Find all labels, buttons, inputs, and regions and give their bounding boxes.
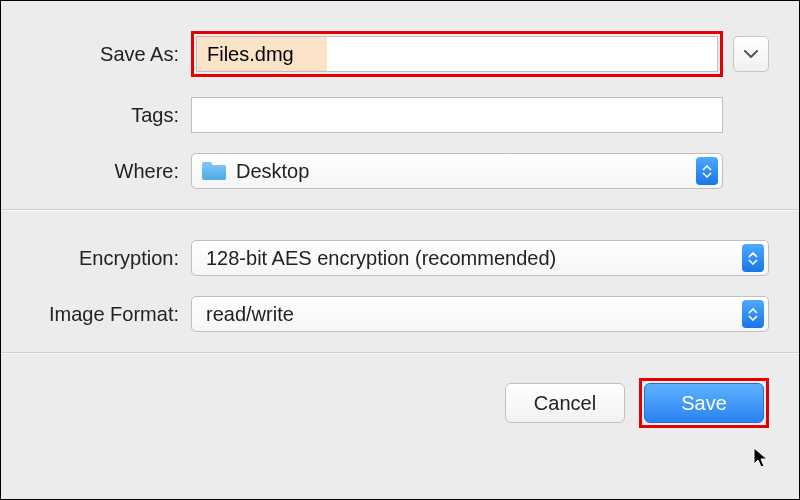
file-section: Save As: Tags: Where: Desktop — [1, 1, 799, 209]
image-format-label: Image Format: — [31, 303, 191, 326]
save-as-input[interactable] — [196, 36, 718, 72]
where-row: Where: Desktop — [31, 153, 769, 189]
options-section: Encryption: 128-bit AES encryption (reco… — [1, 210, 799, 352]
encryption-select[interactable]: 128-bit AES encryption (recommended) — [191, 240, 769, 276]
tags-row: Tags: — [31, 97, 769, 133]
updown-icon — [696, 157, 718, 185]
save-as-row: Save As: — [31, 31, 769, 77]
button-bar: Cancel Save — [1, 353, 799, 458]
where-select[interactable]: Desktop — [191, 153, 723, 189]
image-format-value: read/write — [206, 303, 742, 326]
save-as-label: Save As: — [31, 43, 191, 66]
cancel-label: Cancel — [534, 392, 596, 415]
cancel-button[interactable]: Cancel — [505, 383, 625, 423]
save-label: Save — [681, 392, 727, 415]
image-format-select[interactable]: read/write — [191, 296, 769, 332]
folder-icon — [202, 162, 226, 180]
image-format-row: Image Format: read/write — [31, 296, 769, 332]
encryption-row: Encryption: 128-bit AES encryption (reco… — [31, 240, 769, 276]
where-label: Where: — [31, 160, 191, 183]
expand-button[interactable] — [733, 36, 769, 72]
updown-icon — [742, 300, 764, 328]
chevron-down-icon — [744, 50, 758, 58]
updown-icon — [742, 244, 764, 272]
encryption-label: Encryption: — [31, 247, 191, 270]
save-as-highlight — [191, 31, 723, 77]
where-value: Desktop — [236, 160, 696, 183]
save-dialog: Save As: Tags: Where: Desktop — [1, 1, 799, 499]
tags-label: Tags: — [31, 104, 191, 127]
tags-input[interactable] — [191, 97, 723, 133]
save-highlight: Save — [639, 378, 769, 428]
save-button[interactable]: Save — [644, 383, 764, 423]
encryption-value: 128-bit AES encryption (recommended) — [206, 247, 742, 270]
